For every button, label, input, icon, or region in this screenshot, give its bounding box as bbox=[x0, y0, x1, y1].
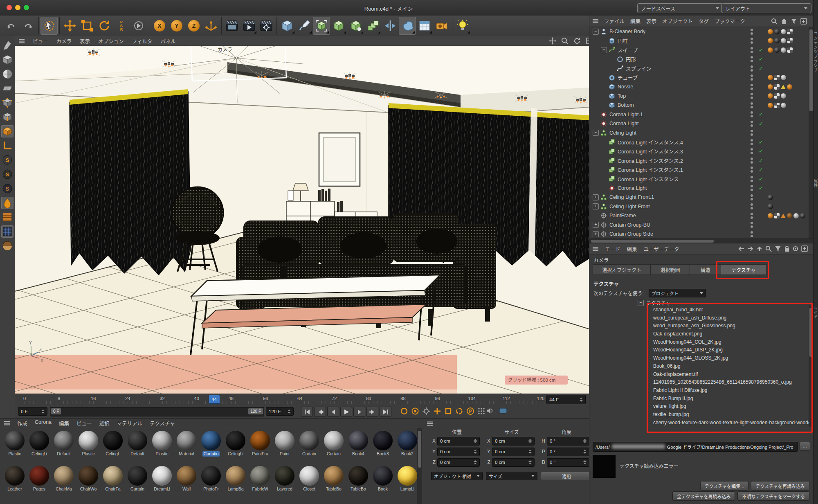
object-manager-menu-4[interactable]: タグ bbox=[699, 17, 709, 25]
polygon-mode-icon[interactable] bbox=[1, 125, 13, 137]
material-item[interactable]: Closet bbox=[297, 466, 321, 492]
apply-button[interactable]: 適用 bbox=[541, 472, 592, 480]
material-scrollbar[interactable] bbox=[417, 428, 422, 504]
material-item[interactable]: Curtatin bbox=[199, 431, 223, 457]
goto-end-icon[interactable] bbox=[380, 407, 391, 417]
material-item[interactable]: TableBo bbox=[321, 466, 346, 492]
object-manager-menu-2[interactable]: 表示 bbox=[646, 17, 656, 25]
object-manager-menu-3[interactable]: オブジェクト bbox=[662, 17, 693, 25]
visibility-dots[interactable] bbox=[751, 139, 753, 145]
live-selection-icon[interactable] bbox=[40, 17, 58, 35]
visibility-dots[interactable] bbox=[751, 222, 753, 228]
object-row[interactable]: Nossle bbox=[589, 82, 809, 92]
visibility-dots[interactable] bbox=[751, 74, 753, 81]
enabled-check-icon[interactable]: ✓ bbox=[759, 111, 763, 117]
collapse-icon[interactable]: − bbox=[593, 29, 599, 35]
checker-tag-icon[interactable] bbox=[774, 75, 780, 80]
checker-tag-icon[interactable] bbox=[787, 29, 793, 34]
material-item[interactable]: Material bbox=[174, 431, 199, 457]
visibility-dots[interactable] bbox=[751, 148, 753, 154]
checker-tag-icon[interactable] bbox=[787, 47, 793, 53]
material-item[interactable]: ChairMa bbox=[52, 466, 76, 492]
attribute-manager-menu-0[interactable]: モード bbox=[605, 245, 620, 253]
enabled-check-icon[interactable]: ✓ bbox=[759, 47, 763, 53]
visibility-dots[interactable] bbox=[751, 231, 753, 237]
scale-tool-icon[interactable] bbox=[79, 17, 96, 35]
object-row[interactable]: Corona Light インスタンス✓ bbox=[589, 174, 809, 184]
material-item[interactable]: Plastic bbox=[76, 431, 101, 457]
search-icon[interactable] bbox=[765, 245, 772, 252]
material-item[interactable]: Plastic bbox=[150, 431, 174, 457]
coord-value-field[interactable]: 0 cm bbox=[492, 448, 535, 456]
material-item[interactable]: Curtain bbox=[125, 466, 150, 492]
timeline-ruler[interactable]: 081624324048566472808896104112120 44 44 … bbox=[15, 394, 589, 405]
object-row[interactable]: 円形✓ bbox=[589, 55, 809, 64]
add-icon[interactable] bbox=[800, 18, 807, 25]
object-row[interactable]: スプライン✓ bbox=[589, 64, 809, 73]
visibility-dots[interactable] bbox=[751, 56, 753, 62]
visibility-dots[interactable] bbox=[751, 47, 753, 53]
volume-icon[interactable] bbox=[399, 17, 416, 35]
zoom-view-icon[interactable] bbox=[561, 37, 569, 45]
material-item[interactable]: CelingL bbox=[101, 431, 125, 457]
silver-tag-icon[interactable] bbox=[781, 75, 786, 80]
material-menu-5[interactable]: マテリアル bbox=[117, 419, 142, 427]
spline-pen-icon[interactable] bbox=[296, 17, 313, 35]
pen-tool-icon[interactable] bbox=[1, 39, 13, 52]
material-menu-4[interactable]: 選択 bbox=[99, 419, 110, 427]
texture-item[interactable]: Fabric Light II Diffuse.jpg bbox=[589, 387, 809, 395]
texture-item[interactable]: cherry-wood-texture-dark-wood-texture-li… bbox=[589, 419, 809, 427]
reload-texture-button[interactable]: テクスチャを再読み込み bbox=[751, 481, 809, 491]
dark-tag-icon[interactable] bbox=[768, 204, 773, 209]
material-item[interactable]: Curtain bbox=[321, 431, 346, 457]
enabled-check-icon[interactable]: ✓ bbox=[759, 158, 763, 164]
axis-y-button[interactable]: Y bbox=[168, 17, 185, 35]
move-tool-icon[interactable] bbox=[61, 17, 79, 35]
texture-item[interactable]: shanghai_bund_4k.hdr bbox=[589, 306, 809, 314]
material-item[interactable]: Book bbox=[371, 466, 395, 492]
material-item[interactable]: LampLi bbox=[395, 466, 420, 492]
orange-tag-icon[interactable] bbox=[768, 75, 773, 80]
silver-tag-icon[interactable] bbox=[781, 103, 786, 108]
silver-tag-icon[interactable] bbox=[781, 93, 786, 99]
tri-yellow-tag-icon[interactable] bbox=[781, 85, 786, 89]
play-icon[interactable] bbox=[340, 407, 352, 417]
render-settings-icon[interactable] bbox=[258, 17, 275, 35]
record-key-icon[interactable] bbox=[400, 407, 408, 415]
sound-icon[interactable] bbox=[486, 407, 494, 414]
material-item[interactable]: PhotoFr bbox=[199, 466, 223, 492]
range-grip-start[interactable]: 0 F bbox=[51, 408, 61, 414]
visibility-dots[interactable] bbox=[751, 84, 753, 90]
pan-view-icon[interactable] bbox=[549, 37, 556, 45]
material-menu-2[interactable]: 編集 bbox=[59, 419, 69, 427]
orange-tag-icon[interactable] bbox=[768, 47, 773, 53]
object-row[interactable]: +Curtain Group Side bbox=[589, 230, 809, 239]
object-row[interactable]: +Celing Light Front bbox=[589, 202, 809, 212]
enabled-check-icon[interactable]: ✓ bbox=[759, 185, 763, 191]
enabled-check-icon[interactable]: ✓ bbox=[759, 176, 763, 182]
menu-icon[interactable] bbox=[427, 421, 433, 426]
expand-icon[interactable]: + bbox=[593, 222, 599, 228]
dark-tag-icon[interactable] bbox=[774, 47, 780, 53]
object-manager-menu-1[interactable]: 編集 bbox=[630, 17, 640, 25]
visibility-dots[interactable] bbox=[751, 65, 753, 72]
record-position-icon[interactable] bbox=[433, 407, 441, 415]
object-row[interactable]: Corona Light インスタンス.3✓ bbox=[589, 147, 809, 156]
close-window-button[interactable] bbox=[7, 5, 12, 10]
expand-icon[interactable]: + bbox=[593, 203, 599, 209]
object-row[interactable]: チューブ bbox=[589, 73, 809, 83]
expand-icon[interactable]: + bbox=[593, 231, 599, 237]
filter-icon[interactable] bbox=[775, 245, 781, 252]
object-mode-dropdown[interactable]: オブジェクト:相対 bbox=[431, 472, 483, 480]
add-icon[interactable] bbox=[801, 245, 808, 252]
dark-tag-icon[interactable] bbox=[768, 195, 773, 200]
viewport-menu-1[interactable]: カメラ bbox=[56, 37, 72, 45]
texture-item[interactable]: Book_06.jpg bbox=[589, 362, 809, 371]
autokey-icon[interactable] bbox=[411, 407, 419, 415]
sculpt-a-icon[interactable]: S bbox=[1, 154, 13, 166]
brown-tag-icon[interactable] bbox=[787, 213, 792, 218]
browse-path-button[interactable]: ... bbox=[800, 442, 810, 451]
checker-tag-icon[interactable] bbox=[774, 103, 780, 108]
material-item[interactable]: CelingLi bbox=[223, 431, 248, 457]
material-item[interactable]: Paint bbox=[272, 431, 297, 457]
